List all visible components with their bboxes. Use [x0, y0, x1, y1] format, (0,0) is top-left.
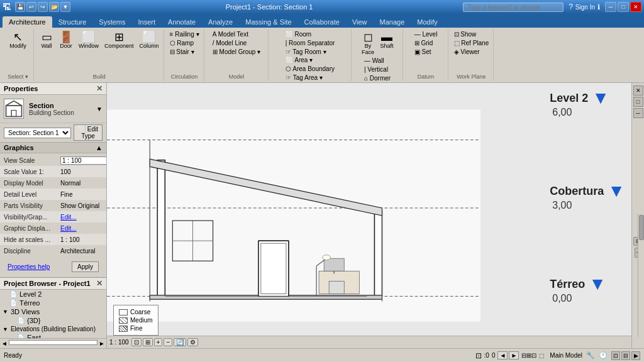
tree-next-button[interactable]: ► [99, 340, 105, 347]
section-selector[interactable]: Section: Section 1 [4, 128, 71, 138]
edit-type-button[interactable]: ⬜ Edit Type [74, 124, 103, 141]
search-input[interactable] [463, 3, 564, 12]
sys-tray-1[interactable]: ⊡ [611, 351, 620, 360]
dormer-button[interactable]: ⌂ Dormer [362, 74, 392, 82]
nav-left[interactable]: ◄ [497, 351, 508, 359]
visibility-row: Visibility/Grap... Edit... [0, 211, 106, 222]
settings-button[interactable]: ⚙ [187, 338, 198, 346]
tab-systems[interactable]: Systems [92, 16, 131, 28]
tree-item-east[interactable]: 📄East [0, 333, 106, 338]
tag-room-button[interactable]: ☞ Tag Room ▾ [284, 48, 337, 56]
graphics-expand[interactable]: ▲ [96, 144, 103, 151]
model-group-button[interactable]: ⊞ Model Group ▾ [211, 48, 262, 56]
view-scale-input[interactable] [60, 156, 107, 165]
show-button[interactable]: ⊡ Show [452, 30, 491, 38]
graphic-display-edit[interactable]: Edit... [60, 225, 77, 232]
nav-right[interactable]: ► [509, 351, 519, 359]
zoom-fit-button[interactable]: ⊞ [143, 338, 153, 346]
view-cube-button[interactable]: ⊡ [131, 338, 142, 346]
sign-in-button[interactable]: Sign In [575, 4, 595, 11]
apply-button[interactable]: Apply [72, 261, 99, 272]
qa-open[interactable]: 📂 [49, 2, 59, 12]
room-button[interactable]: ⬜ Room [284, 30, 337, 38]
grid-button[interactable]: ⊞ Grid [413, 39, 440, 47]
component-icon: ⊞ [114, 31, 124, 43]
view-nav-close[interactable]: ✕ [633, 85, 643, 96]
qa-undo[interactable]: ↩ [26, 2, 36, 12]
area-boundary-button[interactable]: ⬡ Area Boundary [284, 65, 336, 73]
qa-redo[interactable]: ↪ [38, 2, 48, 12]
build-label: Build [93, 72, 106, 80]
view-nav-minimize[interactable]: ─ [633, 108, 643, 118]
level2-arrow: ▼ [592, 89, 609, 107]
view-scale-row: View Scale [0, 155, 106, 166]
level-button[interactable]: — Level [413, 30, 440, 38]
door-button[interactable]: 🚪 Door [57, 30, 75, 50]
tab-structure[interactable]: Structure [52, 16, 93, 28]
tree-prev-button[interactable]: ◄ [1, 340, 8, 347]
ref-plane-button[interactable]: ⬚ Ref Plane [452, 39, 491, 47]
viewer-button[interactable]: ◈ Viewer [452, 48, 491, 56]
sys-tray-3[interactable]: ▶ [631, 351, 640, 360]
nav-icons: ⊟⊞⊡ [521, 352, 536, 359]
detail-controls[interactable]: ⬚ [539, 353, 545, 359]
nav-wheel-button[interactable]: 🔄 [174, 338, 186, 346]
area-button[interactable]: ⬜ Area ▾ [284, 56, 336, 64]
model-line-button[interactable]: / Model Line [211, 39, 262, 47]
qa-save[interactable]: 💾 [15, 2, 25, 12]
properties-help[interactable]: Properties help [4, 262, 53, 272]
tree-group-elevations[interactable]: ▼Elevations (Building Elevation) [0, 325, 106, 333]
project-browser-header: Project Browser - Project1 ✕ [0, 278, 106, 290]
tab-modify[interactable]: Modify [411, 16, 443, 28]
ramp-button[interactable]: ⬡ Ramp [168, 39, 201, 47]
window-icon: ⬜ [82, 31, 96, 43]
project-browser-close[interactable]: ✕ [96, 279, 103, 288]
zoom-out-button[interactable]: − [164, 338, 172, 346]
maximize-button[interactable]: □ [618, 2, 629, 12]
model-icon[interactable]: 🔧 [586, 351, 595, 359]
tree-item-terreo[interactable]: 📄Térreo [0, 299, 106, 307]
tree-view[interactable]: 📄Level 2 📄Térreo ▼3D Views 📄{3D} ▼Elevat… [0, 290, 106, 338]
tab-manage[interactable]: Manage [374, 16, 411, 28]
stair-button[interactable]: ⊟ Stair ▾ [168, 48, 201, 56]
tree-item-3d[interactable]: 📄{3D} [0, 316, 106, 325]
model-text-button[interactable]: A Model Text [211, 30, 262, 38]
wall-icon: ▭ [42, 31, 52, 43]
close-button[interactable]: ✕ [630, 2, 641, 12]
visibility-edit[interactable]: Edit... [60, 214, 77, 221]
tab-massing[interactable]: Massing & Site [239, 16, 297, 28]
set-button[interactable]: ▣ Set [413, 48, 440, 56]
railing-button[interactable]: ≡ Railing ▾ [168, 30, 201, 38]
tab-analyze[interactable]: Analyze [202, 16, 239, 28]
zoom-in-button[interactable]: + [154, 338, 163, 346]
canvas-area[interactable]: Level 2 ▼ 6,00 Cobertura ▼ 3,00 Térreo ▼ [107, 83, 631, 348]
properties-close[interactable]: ✕ [96, 84, 103, 93]
tab-view[interactable]: View [346, 16, 374, 28]
tree-group-3dviews[interactable]: ▼3D Views [0, 307, 106, 316]
tab-collaborate[interactable]: Collaborate [298, 16, 346, 28]
shaft-button[interactable]: ▬ Shaft [378, 30, 396, 50]
model-label: Main Model [550, 352, 582, 359]
sys-tray-2[interactable]: ⊟ [621, 351, 630, 360]
tag-area-button[interactable]: ☞ Tag Area ▾ [284, 74, 336, 82]
vertical-button[interactable]: | Vertical [362, 65, 392, 74]
help-icon[interactable]: ? [569, 3, 573, 11]
modify-button[interactable]: ↖ Modify [8, 30, 28, 50]
prop-type-dropdown[interactable]: ▼ [96, 106, 103, 112]
view-nav-restore[interactable]: □ [633, 97, 643, 107]
wall-button[interactable]: ▭ Wall [38, 30, 55, 50]
tab-annotate[interactable]: Annotate [162, 16, 202, 28]
minimize-button[interactable]: ─ [605, 2, 616, 12]
info-icon[interactable]: ℹ [597, 3, 600, 11]
tab-architecture[interactable]: Architecture [3, 16, 52, 28]
tab-insert[interactable]: Insert [132, 16, 162, 28]
window-button[interactable]: ⬜ Window [77, 30, 101, 50]
column-button[interactable]: ⬜ Column [138, 30, 161, 50]
tree-item-level2[interactable]: 📄Level 2 [0, 290, 106, 299]
qa-dropdown[interactable]: ▼ [60, 2, 70, 12]
component-button[interactable]: ⊞ Component [103, 30, 136, 50]
wall-opening-button[interactable]: — Wall [362, 57, 392, 65]
room-separator-button[interactable]: | Room Separator [284, 39, 337, 47]
by-face-button[interactable]: ◻ ByFace [359, 30, 377, 57]
workset-icon[interactable]: ⊡ [475, 351, 482, 360]
